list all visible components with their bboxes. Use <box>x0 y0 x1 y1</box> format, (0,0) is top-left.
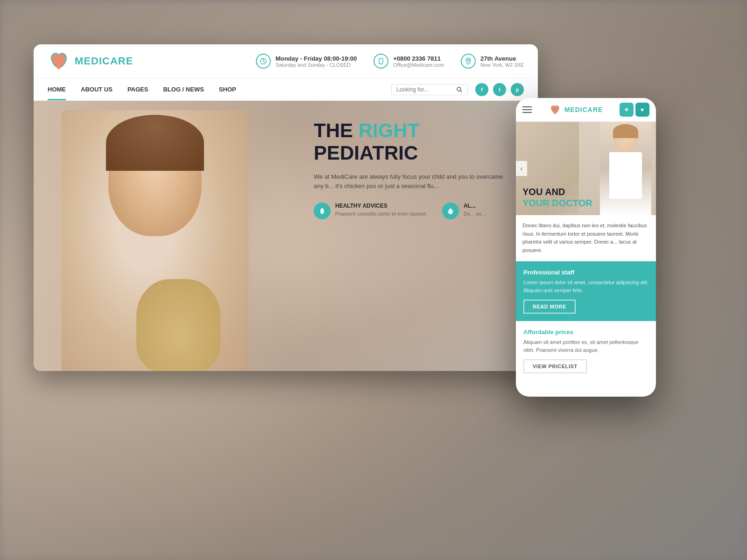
hours-text: Monday - Friday 08:00-19:00 Saturday and… <box>275 55 357 68</box>
clock-icon <box>256 54 271 69</box>
search-input[interactable] <box>396 86 452 93</box>
professional-staff-title: Professional staff <box>523 269 648 276</box>
mobile-logo-icon <box>549 103 562 116</box>
svg-point-3 <box>467 59 469 61</box>
search-box[interactable] <box>391 84 468 95</box>
mobile-cross-button[interactable]: + <box>620 103 634 117</box>
mobile-logo: MEDICARE <box>549 103 603 116</box>
feature-1-text: HEALTHY ADVICES Praesent convallis torto… <box>335 203 427 217</box>
nav-links: HOME ABOUT US PAGES BLOG / NEWS SHOP <box>48 78 236 100</box>
hero-features: HEALTHY ADVICES Praesent convallis torto… <box>314 203 510 219</box>
site-nav: HOME ABOUT US PAGES BLOG / NEWS SHOP f t… <box>34 78 538 101</box>
hamburger-line-2 <box>522 109 532 110</box>
child-photo <box>62 110 248 371</box>
hero-subtitle: We at MediCare are always fully focus yo… <box>314 172 510 192</box>
phone-text: +0800 2336 7811 Office@Medicare.com <box>393 55 444 68</box>
phone-icon <box>374 54 388 69</box>
hero-highlight: RIGHT <box>359 119 420 141</box>
affordable-prices-text: Aliquam sit amet porttitor ex, sit amet … <box>523 338 648 354</box>
logo-area: MEDICARE <box>48 50 133 72</box>
site-hero: THE RIGHT PEDIATRIC We at MediCare are a… <box>34 101 538 371</box>
phone-info: +0800 2336 7811 Office@Medicare.com <box>374 54 444 69</box>
healthy-advice-icon <box>314 203 331 219</box>
feature2-icon <box>442 203 459 219</box>
svg-point-2 <box>381 63 381 63</box>
site-topbar: MEDICARE Monday - Friday 08:00-19:00 Sat… <box>34 44 538 78</box>
nav-about[interactable]: ABOUT US <box>81 78 113 100</box>
nav-blog[interactable]: BLOG / NEWS <box>163 78 204 100</box>
hero-content: THE RIGHT PEDIATRIC We at MediCare are a… <box>314 119 510 219</box>
read-more-button[interactable]: READ MORE <box>523 300 576 314</box>
hours-info: Monday - Friday 08:00-19:00 Saturday and… <box>256 54 357 69</box>
hero-photo-bg <box>34 101 295 371</box>
feature-2-text: AL... Do... no... <box>464 203 486 217</box>
mobile-chevron-button[interactable]: ▾ <box>635 103 649 117</box>
view-pricelist-button[interactable]: VIEW PRICELIST <box>523 359 587 373</box>
mobile-hero-image: ‹ YOU AND YOUR DOCTOR <box>516 122 656 215</box>
location-icon <box>461 54 476 69</box>
mobile-hero-content: YOU AND YOUR DOCTOR <box>522 186 649 209</box>
svg-point-5 <box>321 210 323 212</box>
address-text: 27th Avenue New York, W2 3XE <box>480 55 524 68</box>
hero-title-line1: THE RIGHT <box>314 119 419 141</box>
mobile-hero-title: YOU AND YOUR DOCTOR <box>522 186 649 209</box>
search-icon <box>456 86 463 93</box>
desktop-mockup: MEDICARE Monday - Friday 08:00-19:00 Sat… <box>34 44 538 371</box>
logo-icon <box>48 50 70 72</box>
professional-staff-text: Lorem ipsum dolor sit amet, consectetur … <box>523 279 648 294</box>
nav-pages[interactable]: PAGES <box>127 78 148 100</box>
mobile-hero-line2: YOUR DOCTOR <box>522 198 592 208</box>
mobile-logo-text: MEDICARE <box>564 106 603 113</box>
doctor-hair <box>613 124 638 138</box>
facebook-icon[interactable]: f <box>475 83 488 96</box>
hero-title: THE RIGHT PEDIATRIC <box>314 119 510 165</box>
twitter-icon[interactable]: t <box>493 83 506 96</box>
mobile-nav-buttons: + ▾ <box>620 103 649 117</box>
hamburger-menu[interactable] <box>522 106 532 113</box>
mobile-teal-section: Professional staff Lorem ipsum dolor sit… <box>516 261 656 321</box>
address-info: 27th Avenue New York, W2 3XE <box>461 54 524 69</box>
mobile-hero-line1: YOU AND <box>522 187 565 197</box>
mobile-hero-prev-button[interactable]: ‹ <box>516 161 527 176</box>
pinterest-icon[interactable]: p <box>511 83 524 96</box>
mobile-hero-body: Donec libero dui, dapibus non leo et, mo… <box>516 215 656 261</box>
hamburger-line-1 <box>522 106 532 107</box>
social-icons: f t p <box>475 83 524 96</box>
hero-feature-2: AL... Do... no... <box>442 203 486 219</box>
nav-right: f t p <box>391 83 524 96</box>
mobile-nav: MEDICARE + ▾ <box>516 98 656 122</box>
hero-title-line2: PEDIATRIC <box>314 142 418 164</box>
hero-feature-1: HEALTHY ADVICES Praesent convallis torto… <box>314 203 427 219</box>
mobile-mockup: MEDICARE + ▾ ‹ YOU AND YOUR DOCTOR <box>516 98 656 397</box>
logo-text: MEDICARE <box>75 55 133 67</box>
hamburger-line-3 <box>522 112 532 113</box>
affordable-prices-title: Affordable prices <box>523 329 648 336</box>
mobile-white-section: Affordable prices Aliquam sit amet portt… <box>516 321 656 381</box>
nav-shop[interactable]: SHOP <box>219 78 236 100</box>
topbar-info: Monday - Friday 08:00-19:00 Saturday and… <box>256 54 524 69</box>
nav-home[interactable]: HOME <box>48 78 66 100</box>
